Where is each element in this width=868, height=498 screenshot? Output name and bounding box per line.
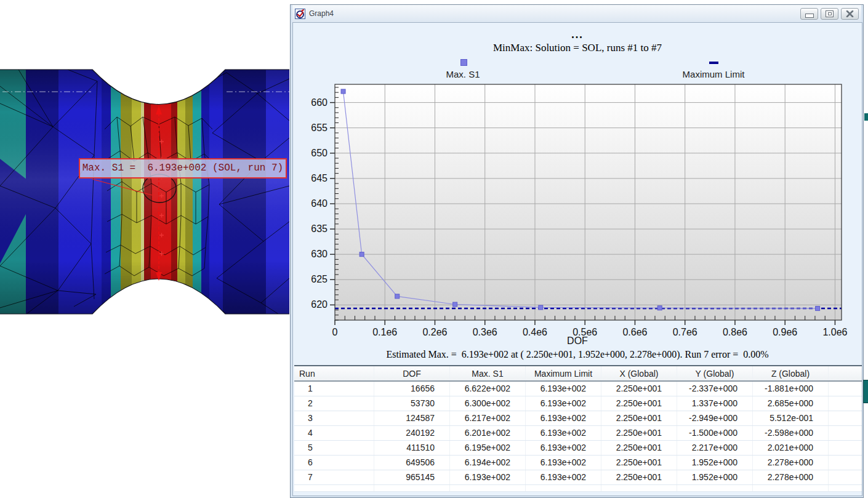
series-point [539, 305, 543, 310]
table-row[interactable]: 66495066.194e+0026.193e+0022.250e+0011.9… [294, 455, 862, 470]
table-row[interactable]: 42401926.201e+0026.193e+0022.250e+001-1.… [294, 425, 862, 440]
table-cell: 2.250e+001 [601, 396, 677, 411]
empty-row [294, 484, 862, 491]
column-header[interactable]: Maximum Limit [526, 366, 601, 381]
table-cell [829, 396, 863, 411]
edge-scroll-mark [864, 113, 868, 121]
minimize-button[interactable] [800, 8, 818, 20]
series-point [453, 302, 457, 307]
table-cell: 6.193e+002 [526, 425, 601, 440]
column-header[interactable] [829, 366, 863, 381]
series-point [395, 294, 400, 299]
runs-table: RunDOFMax. S1Maximum LimitX (Global)Y (G… [294, 365, 862, 492]
runs-table-header: RunDOFMax. S1Maximum LimitX (Global)Y (G… [294, 366, 862, 381]
graph-window: Graph4 62062563063564064565065566000.1e6… [290, 4, 864, 498]
stress-contour-bands [0, 70, 289, 314]
table-cell: 6.300e+002 [450, 396, 526, 411]
column-header[interactable]: Max. S1 [450, 366, 526, 381]
y-tick-label: 640 [311, 198, 328, 209]
table-cell: 6.194e+002 [450, 455, 526, 470]
table-cell: 53730 [374, 396, 450, 411]
y-tick-label: 650 [311, 148, 328, 158]
table-row[interactable]: 1166566.622e+0026.193e+0022.250e+001-2.3… [294, 381, 862, 396]
table-cell: 1 [294, 381, 374, 396]
table-cell: 1.337e+000 [677, 396, 753, 411]
table-cell: 1.952e+000 [677, 455, 753, 470]
table-cell: -1.500e+000 [677, 425, 753, 440]
table-cell: 124587 [374, 411, 450, 425]
table-cell: 3 [294, 411, 374, 425]
table-cell: 6.193e+002 [526, 440, 601, 455]
table-cell: 6.193e+002 [526, 411, 601, 425]
table-cell [829, 381, 863, 396]
table-cell: 2.250e+001 [601, 425, 677, 440]
window-title-bar[interactable]: Graph4 [292, 5, 861, 22]
table-row[interactable]: 2537306.300e+0026.193e+0022.250e+0011.33… [294, 396, 862, 411]
table-cell: 2.250e+001 [601, 440, 677, 455]
series-point [341, 89, 345, 94]
series-point [657, 306, 662, 310]
column-header[interactable]: Run [294, 366, 374, 381]
restore-icon [826, 10, 834, 17]
table-cell: 411510 [374, 440, 450, 455]
close-button[interactable] [841, 8, 859, 20]
table-cell: 6.193e+002 [450, 470, 526, 484]
table-cell: 5.512e-001 [753, 411, 829, 425]
table-cell: 2.250e+001 [601, 381, 677, 396]
convergence-chart: 62062563063564064565065566000.1e60.2e60.… [293, 23, 862, 343]
table-cell: 6.193e+002 [526, 470, 601, 484]
y-tick-label: 630 [311, 249, 328, 259]
table-cell: 2.278e+000 [753, 455, 829, 470]
restore-button[interactable] [821, 8, 838, 20]
fea-viewport[interactable]: Max. S1 = 6.193e+002 (SOL, run 7) [0, 0, 289, 498]
table-cell: -2.337e+000 [677, 381, 753, 396]
table-cell: 6.195e+002 [450, 440, 526, 455]
x-axis-label: DOF [293, 335, 862, 347]
y-tick-label: 635 [311, 223, 328, 234]
table-cell: 2.250e+001 [601, 470, 677, 484]
table-cell: 2 [294, 396, 374, 411]
app-logo-icon[interactable] [295, 9, 305, 19]
close-icon [846, 10, 854, 17]
table-row[interactable]: 54115106.195e+0026.193e+0022.250e+0012.2… [294, 440, 862, 455]
series-point [360, 252, 364, 257]
y-tick-label: 620 [311, 299, 328, 310]
table-cell [829, 455, 863, 470]
table-cell [829, 470, 863, 484]
fea-model-render [0, 0, 289, 498]
series-point [816, 307, 820, 311]
runs-table-body: 1166566.622e+0026.193e+0022.250e+001-2.3… [294, 381, 862, 491]
table-cell: 6.622e+002 [450, 381, 526, 396]
table-cell: 240192 [374, 425, 450, 440]
table-cell: 16656 [374, 381, 450, 396]
table-cell: -2.598e+000 [753, 425, 829, 440]
edge-scrollbar-thumb[interactable] [863, 380, 868, 403]
table-cell [829, 440, 863, 455]
max-value-annotation[interactable]: Max. S1 = 6.193e+002 (SOL, run 7) [79, 158, 287, 179]
table-row[interactable]: 79651456.193e+0026.193e+0022.250e+0011.9… [294, 470, 862, 484]
chart-overflow-dots: ... [293, 28, 862, 41]
graph-window-content: 62062563063564064565065566000.1e60.2e60.… [292, 22, 862, 496]
column-header[interactable]: X (Global) [601, 366, 677, 381]
column-header[interactable]: Y (Global) [677, 366, 753, 381]
table-cell: 2.250e+001 [601, 455, 677, 470]
column-header[interactable]: Z (Global) [753, 366, 829, 381]
y-tick-label: 625 [311, 274, 328, 284]
column-header[interactable]: DOF [374, 366, 450, 381]
table-cell: 2.021e+000 [753, 440, 829, 455]
legend-max-s1: Max. S1 [420, 69, 506, 79]
table-cell: 6.193e+002 [526, 455, 601, 470]
table-cell [829, 411, 863, 425]
table-cell: 2.278e+000 [753, 470, 829, 484]
table-row[interactable]: 31245876.217e+0026.193e+0022.250e+001-2.… [294, 411, 862, 425]
y-tick-label: 645 [311, 173, 328, 183]
legend-maximum-limit: Maximum Limit [670, 69, 757, 79]
minimize-icon [805, 14, 814, 18]
legend-square-marker-icon [460, 59, 467, 66]
table-cell: 1.952e+000 [677, 470, 753, 484]
table-cell: 6.201e+002 [450, 425, 526, 440]
table-cell: 6.193e+002 [526, 396, 601, 411]
table-cell: 2.217e+000 [677, 440, 753, 455]
table-cell: 6 [294, 455, 374, 470]
y-tick-label: 660 [311, 97, 328, 108]
